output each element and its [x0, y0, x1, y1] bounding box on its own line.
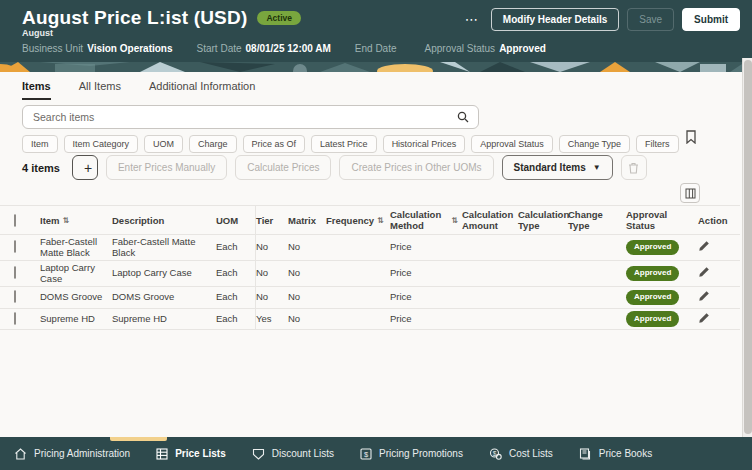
tab-all-items[interactable]: All Items [79, 80, 121, 100]
table-row: Laptop Carry Case Laptop Carry Case Each… [0, 261, 740, 287]
price-list-table-icon [156, 448, 168, 460]
filter-chip-row: Item Item Category UOM Charge Price as O… [22, 135, 679, 153]
nav-price-lists[interactable]: Price Lists [156, 448, 226, 460]
plus-icon: + [84, 160, 92, 176]
svg-text:$: $ [364, 449, 369, 458]
calc-method-cell: Price [390, 290, 462, 305]
tier-cell: Yes [256, 312, 288, 327]
chip-charge[interactable]: Charge [189, 135, 237, 153]
nav-discount-lists[interactable]: Discount Lists [252, 448, 334, 460]
modify-header-details-button[interactable]: Modify Header Details [491, 8, 619, 31]
col-item[interactable]: Item⇅ [40, 212, 112, 229]
edit-pencil-icon[interactable] [698, 290, 710, 302]
chip-item[interactable]: Item [22, 135, 58, 153]
items-toolbar: 4 items + Enter Prices Manually Calculat… [22, 155, 647, 180]
matrix-cell: No [288, 290, 326, 305]
change-type-cell [568, 272, 626, 276]
meta-business-unit: Business UnitVision Operations [22, 43, 173, 54]
frequency-cell [326, 317, 390, 321]
content-area: Items All Items Additional Information I… [0, 72, 752, 437]
nav-cost-lists[interactable]: $ Cost Lists [489, 448, 553, 460]
col-frequency[interactable]: Frequency⇅ [326, 212, 390, 229]
chip-price-as-of[interactable]: Price as Of [243, 135, 306, 153]
col-matrix: Matrix [288, 212, 326, 229]
sort-icon[interactable]: ⇅ [63, 215, 70, 226]
chip-uom[interactable]: UOM [144, 135, 183, 153]
trash-icon [628, 162, 639, 174]
standard-items-dropdown[interactable]: Standard Items ▼ [502, 155, 613, 180]
nav-pricing-promotions[interactable]: $ Pricing Promotions [360, 448, 463, 460]
matrix-cell: No [288, 266, 326, 281]
calc-method-cell: Price [390, 266, 462, 281]
approval-badge: Approved [626, 311, 679, 327]
search-bar [22, 105, 479, 129]
tier-cell: No [256, 240, 288, 255]
col-uom: UOM [216, 206, 256, 234]
table-header-row: Item⇅ Description UOM Tier Matrix Freque… [0, 205, 740, 235]
vertical-scrollbar[interactable] [742, 58, 752, 437]
description-cell: DOMS Groove [112, 290, 216, 305]
row-checkbox[interactable] [14, 266, 16, 279]
chip-change-type[interactable]: Change Type [559, 135, 630, 153]
uom-cell: Each [216, 261, 256, 286]
col-calculation-type: Calculation Type [518, 206, 568, 234]
chip-approval-status[interactable]: Approval Status [471, 135, 553, 153]
description-cell: Supreme HD [112, 312, 216, 327]
calc-amount-cell [462, 272, 518, 276]
tab-items[interactable]: Items [22, 80, 51, 100]
uom-cell: Each [216, 309, 256, 330]
submit-button[interactable]: Submit [682, 8, 740, 31]
calc-method-cell: Price [390, 240, 462, 255]
calc-type-cell [518, 295, 568, 299]
edit-pencil-icon[interactable] [698, 240, 710, 252]
row-checkbox[interactable] [14, 240, 16, 253]
row-checkbox[interactable] [14, 290, 16, 303]
discount-tag-icon [252, 448, 265, 460]
sort-icon[interactable]: ⇅ [451, 215, 458, 226]
header-meta: Business UnitVision Operations Start Dat… [22, 43, 546, 54]
edit-pencil-icon[interactable] [698, 312, 710, 324]
approval-badge: Approved [626, 266, 679, 282]
tab-additional-information[interactable]: Additional Information [149, 80, 255, 100]
chip-historical-prices[interactable]: Historical Prices [383, 135, 466, 153]
select-all-checkbox-cell [14, 212, 40, 229]
select-all-checkbox[interactable] [14, 214, 16, 227]
nav-price-books[interactable]: Price Books [579, 448, 652, 460]
tier-cell: No [256, 266, 288, 281]
cost-coin-icon: $ [489, 448, 502, 460]
description-cell: Faber-Castell Matte Black [112, 235, 216, 260]
chip-latest-price[interactable]: Latest Price [311, 135, 377, 153]
frequency-cell [326, 272, 390, 276]
more-actions-button[interactable]: ⋯ [461, 10, 483, 29]
edit-pencil-icon[interactable] [698, 266, 710, 278]
create-prices-other-uoms-button[interactable]: Create Prices in Other UOMs [339, 155, 493, 180]
col-change-type: Change Type [568, 206, 626, 234]
uom-cell: Each [216, 287, 256, 308]
sort-icon[interactable]: ⇅ [377, 215, 384, 226]
table-row: DOMS Groove DOMS Groove Each No No Price… [0, 287, 740, 309]
chip-filters[interactable]: Filters [636, 135, 679, 153]
calculate-prices-button[interactable]: Calculate Prices [235, 155, 331, 180]
item-cell: Supreme HD [40, 312, 112, 327]
chip-item-category[interactable]: Item Category [64, 135, 139, 153]
save-button[interactable]: Save [627, 8, 674, 31]
change-type-cell [568, 246, 626, 250]
delete-button[interactable] [621, 155, 647, 180]
change-type-cell [568, 295, 626, 299]
row-checkbox[interactable] [14, 312, 16, 325]
calc-type-cell [518, 272, 568, 276]
search-input[interactable] [23, 111, 457, 123]
scrollbar-thumb[interactable] [744, 60, 752, 434]
nav-pricing-administration[interactable]: Pricing Administration [14, 448, 130, 460]
add-item-button[interactable]: + [72, 155, 98, 180]
enter-prices-manually-button[interactable]: Enter Prices Manually [106, 155, 227, 180]
search-icon[interactable] [457, 111, 469, 123]
columns-icon [685, 188, 696, 199]
meta-end-date: End Date [355, 43, 401, 54]
chevron-down-icon: ▼ [593, 163, 601, 172]
bookmark-icon[interactable] [685, 130, 697, 144]
manage-columns-button[interactable] [680, 183, 700, 203]
col-calculation-method[interactable]: Calculation Method⇅ [390, 206, 462, 234]
calc-type-cell [518, 246, 568, 250]
meta-approval-status: Approval StatusApproved [425, 43, 546, 54]
